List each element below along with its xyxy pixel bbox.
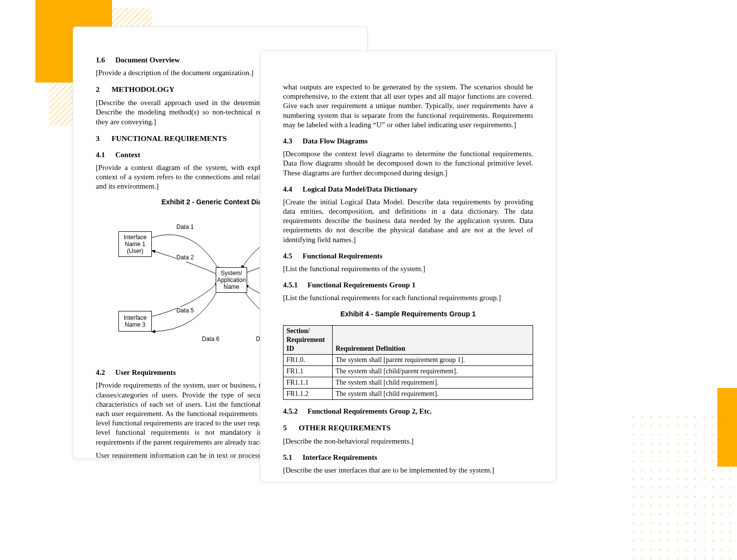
heading-text: FUNCTIONAL REQUIREMENTS — [112, 134, 227, 142]
interface-3-box: Interface Name 3 — [118, 311, 152, 332]
heading-text: User Requirements — [115, 368, 176, 376]
heading-text: Context — [115, 151, 141, 159]
heading-text: Document Overview — [115, 56, 180, 64]
table-row: FR1.0. The system shall [parent requirem… — [283, 355, 533, 366]
data-5-label: Data 5 — [176, 307, 194, 314]
heading-text: METHODOLOGY — [112, 85, 174, 93]
body-continuation: what outputs are expected to be generate… — [283, 83, 533, 130]
table-row: FR1.1.2 The system shall [child requirem… — [283, 388, 533, 399]
heading-number: 1.6 — [96, 56, 113, 65]
body-4-5-1: [List the functional requirements for ea… — [283, 293, 533, 303]
exhibit-4-caption: Exhibit 4 - Sample Requirements Group 1 — [283, 310, 533, 319]
data-2-label: Data 2 — [176, 254, 194, 261]
heading-5-1: 5.1 Interface Requirements — [283, 453, 533, 462]
heading-number: 4.2 — [96, 368, 113, 377]
table-row: FR1.1.1 The system shall [child requirem… — [283, 377, 533, 389]
interface-1-box: Interface Name 1 (User) — [118, 231, 152, 257]
table-header-row: Section/ Requirement ID Requirement Defi… — [283, 326, 533, 355]
body-4-5: [List the functional requirements of the… — [283, 264, 533, 274]
body-5: [Describe the non-behavioral requirement… — [283, 437, 533, 446]
heading-number: 4.1 — [96, 150, 113, 160]
heading-4-4: 4.4 Logical Data Model/Data Dictionary — [283, 185, 533, 194]
heading-4-5-1: 4.5.1 Functional Requirements Group 1 — [283, 280, 533, 290]
heading-4-5-2: 4.5.2 Functional Requirements Group 2, E… — [283, 407, 533, 416]
body-4-3: [Decompose the context level diagrams to… — [283, 149, 533, 178]
document-page-right: what outputs are expected to be generate… — [260, 51, 556, 482]
body-5-1: [Describe the user interfaces that are t… — [283, 466, 533, 475]
heading-number: 3 — [96, 134, 110, 143]
heading-4-3: 4.3 Data Flow Diagrams — [283, 137, 533, 146]
requirements-table: Section/ Requirement ID Requirement Defi… — [283, 325, 533, 399]
table-header-def: Requirement Definition — [333, 326, 533, 355]
decorative-dots — [629, 413, 737, 560]
heading-5: 5 OTHER REQUIREMENTS — [283, 423, 533, 433]
table-header-id: Section/ Requirement ID — [283, 326, 333, 355]
heading-4-5: 4.5 Functional Requirements — [283, 252, 533, 261]
body-4-4: [Create the initial Logical Data Model. … — [283, 197, 533, 245]
system-box: System/ Application Name — [216, 267, 247, 293]
table-row: FR1.1 The system shall [child/parent req… — [283, 366, 533, 377]
heading-number: 2 — [96, 84, 110, 94]
data-6-label: Data 6 — [202, 336, 219, 343]
data-1-label: Data 1 — [176, 224, 194, 231]
